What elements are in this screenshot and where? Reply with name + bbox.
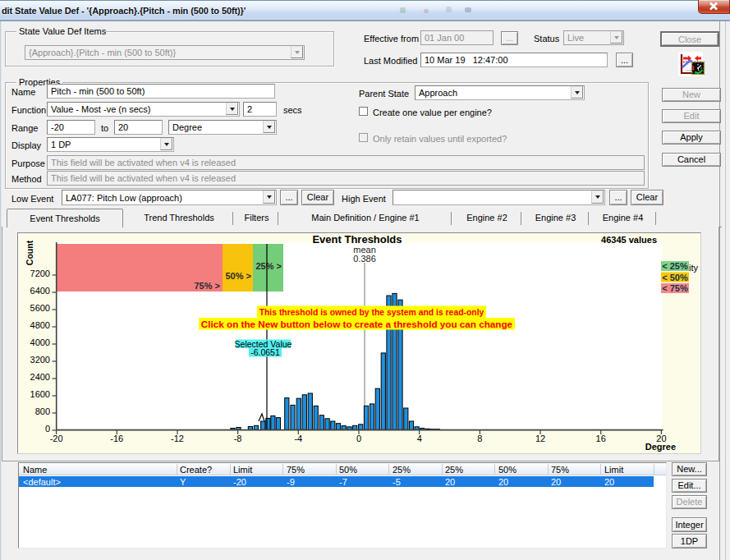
svg-text:This threshold is owned by the: This threshold is owned by the system an…	[259, 308, 484, 317]
svg-text:46345 values: 46345 values	[601, 235, 657, 245]
svg-text:6400: 6400	[30, 286, 50, 296]
svg-text:-8: -8	[234, 434, 242, 443]
svg-text:Click on the New button below: Click on the New button below to create …	[201, 319, 513, 329]
svg-text:0: 0	[356, 434, 361, 443]
svg-text:12: 12	[535, 434, 545, 443]
svg-text:50% >: 50% >	[226, 271, 252, 281]
svg-text:Count: Count	[25, 240, 34, 265]
svg-text:< 25%: < 25%	[662, 261, 688, 271]
svg-text:-6.0651: -6.0651	[250, 347, 280, 357]
svg-text:-16: -16	[110, 434, 123, 443]
svg-text:800: 800	[35, 406, 50, 416]
svg-text:< 50%: < 50%	[662, 273, 688, 282]
svg-text:1600: 1600	[30, 389, 50, 399]
svg-text:25% >: 25% >	[256, 261, 282, 271]
svg-text:0.386: 0.386	[353, 254, 376, 264]
svg-text:7200: 7200	[30, 269, 50, 278]
svg-text:2400: 2400	[30, 372, 50, 382]
svg-text:Event Thresholds: Event Thresholds	[312, 233, 402, 246]
svg-text:-20: -20	[50, 434, 63, 443]
svg-text:0: 0	[45, 424, 50, 434]
svg-text:75% >: 75% >	[195, 281, 221, 291]
svg-text:-4: -4	[294, 434, 302, 443]
svg-text:Degree: Degree	[645, 442, 676, 452]
svg-text:4000: 4000	[30, 337, 50, 347]
svg-text:< 75%: < 75%	[662, 283, 688, 293]
svg-text:ity: ity	[689, 263, 699, 273]
svg-text:4800: 4800	[30, 320, 50, 330]
svg-text:-12: -12	[171, 434, 184, 443]
svg-text:5600: 5600	[30, 303, 50, 313]
svg-text:16: 16	[596, 434, 606, 443]
svg-text:8: 8	[477, 434, 482, 443]
svg-text:4: 4	[417, 434, 422, 443]
svg-text:3200: 3200	[30, 355, 50, 365]
